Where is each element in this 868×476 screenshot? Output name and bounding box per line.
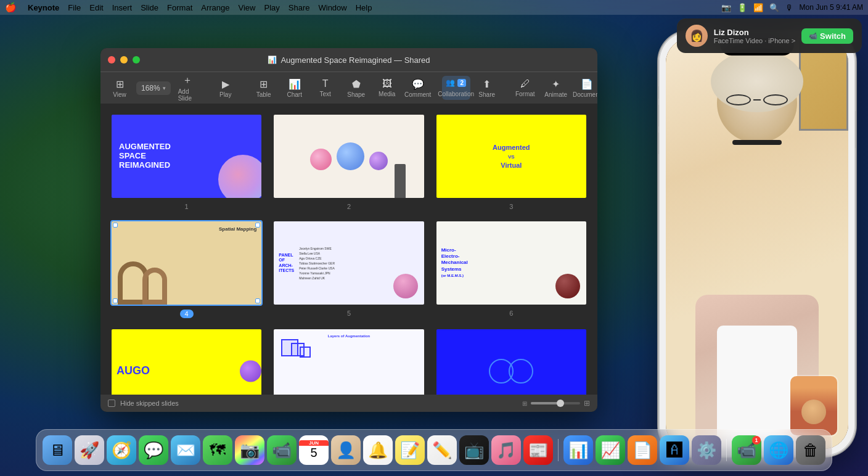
dock-item-trash[interactable]: 🗑 [796,435,825,465]
search-icon[interactable]: 🔍 [769,3,779,12]
menubar-play[interactable]: Play [264,3,279,12]
siri-icon[interactable]: 🎙 [785,3,793,12]
toolbar-chart-button[interactable]: 📊 Chart [280,76,309,101]
dock-item-contacts[interactable]: 👤 [331,435,361,465]
dock-item-freeform[interactable]: ✏️ [427,435,457,465]
dock-item-appletv[interactable]: 📺 [459,435,489,465]
toolbar-document-button[interactable]: 📄 Document [573,76,597,101]
dock-item-facetime[interactable]: 📹 [267,435,297,465]
slide-item-7[interactable]: AUGO 7 [110,328,263,395]
menubar-file[interactable]: File [68,3,81,12]
dock-item-safari[interactable]: 🧭 [107,435,136,465]
menubar-view[interactable]: View [239,3,256,12]
toolbar-animate-button[interactable]: ✦ Animate [542,76,570,101]
toolbar-add-slide-button[interactable]: ＋ Add Slide [173,72,202,104]
dock-item-facetime2[interactable]: 📹 1 [732,435,761,465]
dock-item-news[interactable]: 📰 [523,435,553,465]
iphone-side-button[interactable] [855,111,856,148]
dock-item-reminders[interactable]: 🔔 [363,435,393,465]
slide-thumbnail-7[interactable]: AUGO [110,328,263,395]
chart-icon: 📊 [289,78,301,90]
dock-item-appstore[interactable]: 🅰 [660,435,689,465]
slide-item-2[interactable]: 2 [272,113,425,210]
dock-item-maps[interactable]: 🗺 [203,435,232,465]
menubar-app-name[interactable]: Keynote [28,3,59,12]
slide-item-1[interactable]: AUGMENTEDSPACEREIMAGINED 1 [110,113,263,210]
slide-thumbnail-3[interactable]: Augmented VS Virtual [435,113,588,199]
slide-thumbnail-8[interactable]: Layers of Augmentation [272,328,425,395]
toolbar-table-button[interactable]: ⊞ Table [250,76,278,101]
dock-item-system-preferences[interactable]: ⚙️ [692,435,721,465]
menubar-share[interactable]: Share [289,3,310,12]
dock-item-pages[interactable]: 📄 [628,435,657,465]
menubar-format[interactable]: Format [167,3,192,12]
dock-item-keynote[interactable]: 📊 [563,435,593,465]
iphone-silent-switch[interactable] [658,86,659,99]
comment-icon: 💬 [412,78,424,90]
menubar-slide[interactable]: Slide [141,3,158,12]
menubar-window[interactable]: Window [318,3,346,12]
toolbar-media-button[interactable]: 🖼 Media [373,76,401,100]
zoom-slider[interactable] [531,402,580,404]
slide3-title: Augmented VS Virtual [493,143,530,170]
toolbar-comment-button[interactable]: 💬 Comment [404,76,432,101]
toolbar-format-button[interactable]: 🖊 Format [511,76,539,100]
slides-area[interactable]: AUGMENTEDSPACEREIMAGINED 1 2 [100,104,597,395]
slide-thumbnail-9[interactable]: PHYSICAL AUGMENTED VIRTUAL [435,328,588,395]
apple-menu[interactable]: 🍎 [5,2,17,13]
iphone-frame [658,31,856,456]
selection-handle-bl[interactable] [113,298,118,303]
window-titlebar: 📊 Augmented Space Reimagined — Shared [100,48,597,72]
slide-item-9[interactable]: PHYSICAL AUGMENTED VIRTUAL 9 [435,328,588,395]
slide-item-8[interactable]: Layers of Augmentation 8 [272,328,425,395]
toolbar-play-button[interactable]: ▶ Play [211,76,240,101]
slide-thumbnail-6[interactable]: Micro-Electro-MechanicalSystems(or M.E.M… [435,220,588,306]
dock-item-photos[interactable]: 📷 [235,435,264,465]
selection-handle-br[interactable] [255,298,260,303]
window-close-button[interactable] [108,56,115,64]
toolbar-text-button[interactable]: T Text [311,76,340,100]
launchpad-icon: 🚀 [80,441,99,460]
dock-item-music[interactable]: 🎵 [491,435,521,465]
dock-item-internet[interactable]: 🌐 [764,435,793,465]
facetime2-badge: 1 [752,436,761,445]
slide-item-3[interactable]: Augmented VS Virtual 3 [435,113,588,210]
dock-item-notes[interactable]: 📝 [395,435,425,465]
selection-handle-tl[interactable] [113,223,118,228]
slide-thumbnail-2[interactable] [272,113,425,199]
iphone-volume-up-button[interactable] [658,105,659,126]
menubar-help[interactable]: Help [356,3,372,12]
toolbar-zoom[interactable]: 168% ▾ [136,81,171,95]
selection-handle-tr[interactable] [255,223,260,228]
slide8-title: Layers of Augmentation [279,334,419,338]
slide-item-4[interactable]: Spatial Mapping 4 [110,220,263,318]
toolbar-view-button[interactable]: ⊞ View [105,76,134,101]
switch-button[interactable]: Switch [801,28,853,44]
toolbar-collaboration-button[interactable]: 👥 2 Collaboration [442,76,470,100]
menubar-insert[interactable]: Insert [112,3,133,12]
slide-thumbnail-5[interactable]: PANELOFARCH-ITECTS Jocelyn Engstrom SWE … [272,220,425,306]
menubar-arrange[interactable]: Arrange [201,3,229,12]
slide-item-5[interactable]: PANELOFARCH-ITECTS Jocelyn Engstrom SWE … [272,220,425,318]
dock-item-mail[interactable]: ✉️ [171,435,200,465]
toolbar-shape-button[interactable]: ⬟ Shape [342,76,371,101]
format-icon: 🖊 [520,78,530,89]
slide-thumbnail-1[interactable]: AUGMENTEDSPACEREIMAGINED [110,113,263,199]
slide2-sphere-blue [337,142,364,170]
wifi-icon: 📶 [753,3,763,12]
menubar-edit[interactable]: Edit [89,3,103,12]
dock-item-calendar[interactable]: JUN 5 [299,435,329,465]
window-minimize-button[interactable] [120,56,128,64]
hide-skipped-checkbox[interactable] [108,400,115,407]
iphone-volume-down-button[interactable] [658,133,659,154]
slide-item-6[interactable]: Micro-Electro-MechanicalSystems(or M.E.M… [435,220,588,318]
dock-item-finder[interactable]: 🖥 [43,435,72,465]
person-glasses [726,94,788,106]
dock-item-messages[interactable]: 💬 [139,435,168,465]
window-maximize-button[interactable] [133,56,140,64]
dock-item-numbers[interactable]: 📈 [596,435,625,465]
zoom-slider-thumb[interactable] [557,400,564,407]
toolbar-share-button[interactable]: ⬆ Share [473,76,501,101]
dock-item-launchpad[interactable]: 🚀 [75,435,104,465]
slide-thumbnail-4[interactable]: Spatial Mapping [110,220,263,306]
